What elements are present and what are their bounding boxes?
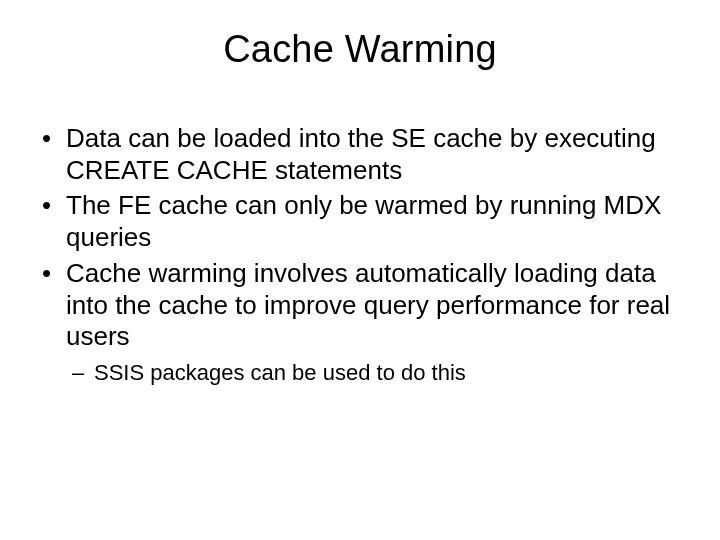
bullet-text: The FE cache can only be warmed by runni… — [66, 190, 661, 252]
bullet-text: Cache warming involves automatically loa… — [66, 258, 670, 351]
bullet-list: Data can be loaded into the SE cache by … — [40, 123, 680, 387]
list-item: SSIS packages can be used to do this — [66, 359, 680, 387]
slide-title: Cache Warming — [40, 28, 680, 71]
list-item: Cache warming involves automatically loa… — [40, 258, 680, 387]
list-item: The FE cache can only be warmed by runni… — [40, 190, 680, 253]
sub-bullet-list: SSIS packages can be used to do this — [66, 359, 680, 387]
bullet-text: Data can be loaded into the SE cache by … — [66, 123, 656, 185]
list-item: Data can be loaded into the SE cache by … — [40, 123, 680, 186]
sub-bullet-text: SSIS packages can be used to do this — [94, 360, 466, 385]
